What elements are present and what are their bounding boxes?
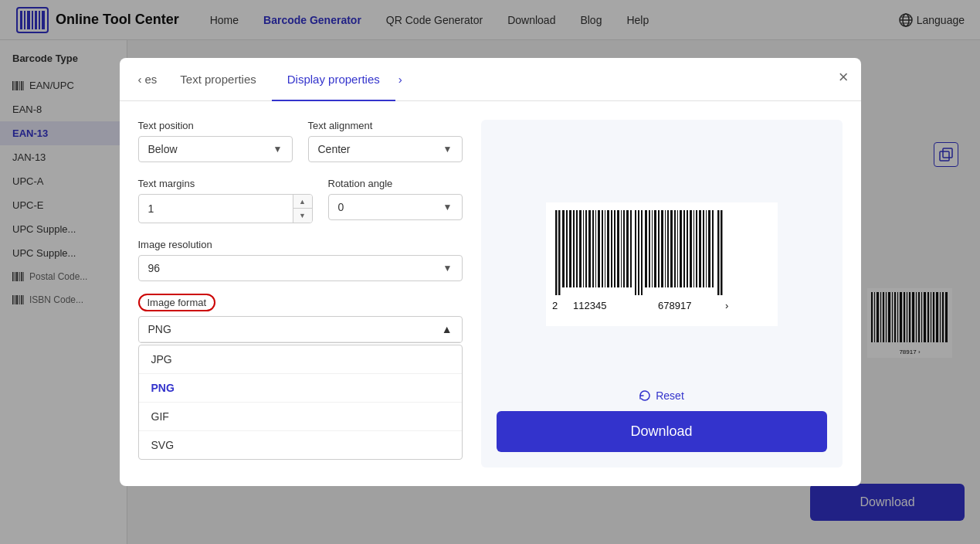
svg-rect-79: [611, 210, 612, 287]
text-margins-spinners: ▲ ▼: [293, 195, 312, 223]
format-option-gif[interactable]: GIF: [139, 402, 462, 430]
form-row-2: Text margins ▲ ▼ Rotation angle 0: [138, 178, 463, 223]
svg-rect-78: [607, 210, 609, 287]
form-row-1: Text position Below ▼ Text alignment Cen…: [138, 120, 463, 162]
text-margins-up-button[interactable]: ▲: [293, 195, 312, 209]
format-current-value: PNG: [148, 323, 171, 335]
format-option-svg[interactable]: SVG: [139, 430, 462, 459]
text-position-group: Text position Below ▼: [138, 120, 293, 162]
svg-rect-110: [712, 210, 714, 287]
svg-rect-75: [598, 210, 600, 287]
svg-rect-102: [687, 210, 688, 287]
text-margins-input[interactable]: [139, 196, 293, 221]
tab-next-arrow: ›: [398, 73, 402, 86]
image-format-label: Image format: [138, 294, 216, 311]
image-resolution-group: Image resolution 96 ▼: [138, 239, 463, 281]
modal-tabs: ‹ es Text properties Display properties …: [120, 58, 861, 101]
svg-rect-74: [595, 210, 596, 287]
text-position-value: Below: [148, 143, 178, 155]
svg-rect-97: [670, 210, 673, 287]
svg-rect-104: [693, 210, 694, 287]
svg-rect-94: [661, 210, 663, 287]
svg-rect-98: [674, 210, 676, 287]
svg-rect-85: [630, 210, 632, 287]
svg-rect-111: [717, 210, 720, 295]
svg-rect-80: [614, 210, 615, 287]
barcode-svg: 2 112345 678917 ›: [546, 202, 778, 326]
svg-rect-68: [576, 210, 578, 287]
svg-rect-76: [602, 210, 603, 287]
rotation-angle-select[interactable]: 0 ▼: [328, 194, 463, 220]
modal-overlay: ‹ es Text properties Display properties …: [0, 0, 980, 544]
svg-rect-62: [555, 210, 558, 295]
image-resolution-label: Image resolution: [138, 239, 463, 250]
format-select-arrow-icon: ▲: [442, 323, 453, 335]
barcode-display: 2 112345 678917 ›: [497, 138, 827, 389]
svg-rect-83: [623, 210, 625, 287]
svg-rect-88: [641, 210, 643, 295]
text-position-select[interactable]: Below ▼: [138, 136, 293, 162]
svg-rect-107: [703, 210, 704, 287]
svg-text:›: ›: [725, 300, 728, 311]
modal-dialog: ‹ es Text properties Display properties …: [120, 58, 861, 486]
format-select-open: PNG ▲: [138, 316, 463, 343]
svg-rect-103: [690, 210, 692, 287]
modal-right-panel: 2 112345 678917 › Reset Download: [481, 120, 843, 468]
image-format-label-wrap: Image format: [138, 294, 463, 311]
svg-rect-99: [677, 210, 678, 287]
svg-text:678917: 678917: [658, 300, 691, 311]
image-resolution-arrow-icon: ▼: [443, 263, 453, 274]
reset-icon: [639, 389, 651, 402]
format-option-jpg[interactable]: JPG: [139, 345, 462, 373]
modal-left-panel: Text position Below ▼ Text alignment Cen…: [138, 120, 463, 468]
text-margins-input-row: ▲ ▼: [138, 194, 313, 223]
rotation-angle-group: Rotation angle 0 ▼: [328, 178, 463, 223]
tab-display-properties[interactable]: Display properties: [272, 58, 395, 101]
tab-prev[interactable]: ‹ es: [138, 73, 158, 86]
svg-rect-106: [699, 210, 701, 287]
tab-prev-arrow: ‹: [138, 73, 142, 86]
rotation-angle-arrow-icon: ▼: [443, 202, 453, 212]
download-button[interactable]: Download: [497, 411, 827, 452]
svg-rect-73: [592, 210, 594, 287]
svg-rect-95: [665, 210, 666, 287]
tab-next[interactable]: ›: [398, 73, 402, 86]
svg-rect-86: [635, 210, 636, 295]
svg-rect-90: [649, 210, 650, 287]
svg-rect-112: [721, 210, 723, 295]
image-resolution-select[interactable]: 96 ▼: [138, 255, 463, 281]
svg-rect-92: [654, 210, 656, 287]
image-resolution-value: 96: [148, 262, 161, 274]
modal-close-button[interactable]: ×: [839, 69, 849, 86]
text-margins-down-button[interactable]: ▼: [293, 209, 312, 223]
svg-rect-64: [562, 210, 565, 287]
tab-display-label: Display properties: [287, 73, 380, 86]
reset-button[interactable]: Reset: [639, 389, 684, 402]
format-dropdown-options: JPG PNG GIF SVG: [138, 345, 463, 460]
format-option-gif-label: GIF: [151, 410, 169, 423]
tab-text-properties[interactable]: Text properties: [164, 58, 271, 101]
text-alignment-select[interactable]: Center ▼: [308, 136, 463, 162]
svg-rect-63: [558, 210, 561, 295]
text-position-arrow-icon: ▼: [273, 144, 283, 155]
svg-rect-65: [566, 210, 568, 287]
reset-label: Reset: [656, 389, 684, 402]
format-option-png[interactable]: PNG: [139, 373, 462, 402]
svg-rect-91: [652, 210, 653, 287]
svg-rect-72: [588, 210, 591, 287]
text-margins-group: Text margins ▲ ▼: [138, 178, 313, 223]
svg-rect-70: [583, 210, 584, 287]
rotation-angle-label: Rotation angle: [328, 178, 463, 189]
text-alignment-group: Text alignment Center ▼: [308, 120, 463, 162]
text-position-label: Text position: [138, 120, 293, 131]
svg-rect-87: [638, 210, 639, 295]
svg-rect-84: [626, 210, 629, 287]
svg-rect-81: [617, 210, 619, 287]
svg-rect-100: [680, 210, 682, 287]
modal-body: Text position Below ▼ Text alignment Cen…: [120, 101, 861, 486]
svg-rect-67: [573, 210, 575, 287]
svg-rect-71: [585, 210, 587, 287]
svg-rect-77: [605, 210, 605, 287]
format-select-header[interactable]: PNG ▲: [139, 317, 462, 342]
svg-rect-66: [569, 210, 571, 287]
